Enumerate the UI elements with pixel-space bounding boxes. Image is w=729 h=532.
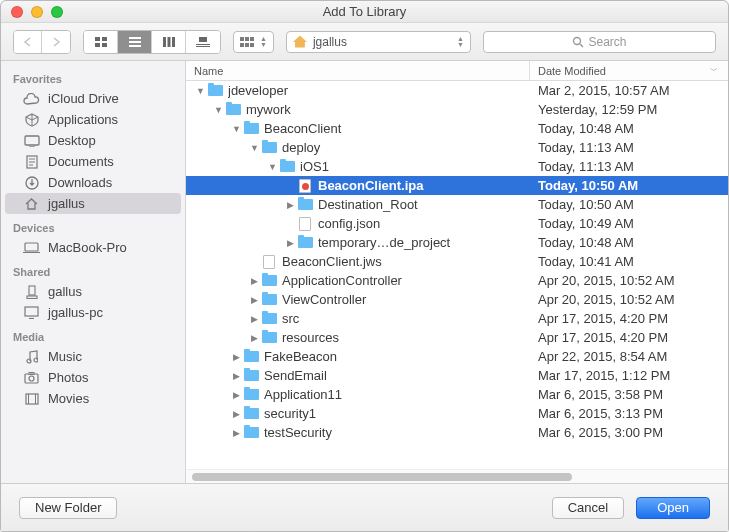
sidebar-group-header: Shared — [1, 258, 185, 281]
file-row[interactable]: ▶ApplicationControllerApr 20, 2015, 10:5… — [186, 271, 728, 290]
scrollbar-thumb[interactable] — [192, 473, 572, 481]
svg-rect-14 — [245, 37, 249, 41]
disclosure-triangle[interactable]: ▶ — [248, 333, 261, 343]
disclosure-triangle[interactable]: ▶ — [230, 428, 243, 438]
list-view-button[interactable] — [118, 31, 152, 53]
column-view-button[interactable] — [152, 31, 186, 53]
file-date: Today, 10:50 AM — [530, 178, 728, 193]
movie-icon — [23, 391, 40, 406]
file-name: jdeveloper — [228, 83, 530, 98]
file-row[interactable]: ▼iOS1Today, 11:13 AM — [186, 157, 728, 176]
sidebar-item-desktop[interactable]: Desktop — [5, 130, 181, 151]
disclosure-triangle[interactable]: ▼ — [266, 162, 279, 172]
sidebar-item-label: Desktop — [48, 133, 96, 148]
disclosure-triangle[interactable]: ▶ — [284, 238, 297, 248]
svg-rect-12 — [196, 46, 210, 47]
svg-rect-17 — [245, 43, 249, 47]
sidebar-item-gallus[interactable]: gallus — [5, 281, 181, 302]
open-button[interactable]: Open — [636, 497, 710, 519]
file-icon — [261, 254, 277, 270]
disclosure-triangle[interactable]: ▶ — [230, 390, 243, 400]
grid-icon — [240, 37, 254, 47]
sidebar-item-macbook-pro[interactable]: MacBook-Pro — [5, 237, 181, 258]
svg-rect-10 — [199, 37, 207, 42]
coverflow-view-button[interactable] — [186, 31, 220, 53]
file-row[interactable]: BeaconClient.jwsToday, 10:41 AM — [186, 252, 728, 271]
sidebar-item-jgallus[interactable]: jgallus — [5, 193, 181, 214]
file-date: Mar 6, 2015, 3:00 PM — [530, 425, 728, 440]
file-row[interactable]: ▶srcApr 17, 2015, 4:20 PM — [186, 309, 728, 328]
sidebar-item-label: Photos — [48, 370, 88, 385]
search-field[interactable]: Search — [483, 31, 716, 53]
folder-icon — [243, 121, 259, 137]
sidebar-item-movies[interactable]: Movies — [5, 388, 181, 409]
disclosure-triangle[interactable]: ▶ — [248, 314, 261, 324]
disclosure-triangle[interactable]: ▶ — [248, 276, 261, 286]
sidebar-item-icloud-drive[interactable]: iCloud Drive — [5, 88, 181, 109]
file-row[interactable]: ▶Application11Mar 6, 2015, 3:58 PM — [186, 385, 728, 404]
disclosure-triangle[interactable]: ▼ — [230, 124, 243, 134]
svg-point-37 — [29, 376, 34, 381]
file-row[interactable]: BeaconClient.ipaToday, 10:50 AM — [186, 176, 728, 195]
arrange-dropdown[interactable]: ▲▼ — [233, 31, 274, 53]
folder-icon — [261, 140, 277, 156]
horizontal-scrollbar[interactable] — [186, 469, 728, 483]
search-icon — [572, 36, 584, 48]
file-row[interactable]: config.jsonToday, 10:49 AM — [186, 214, 728, 233]
svg-rect-21 — [25, 136, 39, 145]
disclosure-triangle[interactable]: ▶ — [230, 352, 243, 362]
sidebar-item-documents[interactable]: Documents — [5, 151, 181, 172]
file-list[interactable]: ▼jdeveloperMar 2, 2015, 10:57 AM▼myworkY… — [186, 81, 728, 469]
cancel-button[interactable]: Cancel — [552, 497, 624, 519]
disclosure-triangle[interactable]: ▶ — [230, 409, 243, 419]
file-row[interactable]: ▶security1Mar 6, 2015, 3:13 PM — [186, 404, 728, 423]
disclosure-triangle[interactable]: ▶ — [230, 371, 243, 381]
svg-rect-13 — [240, 37, 244, 41]
sidebar-item-photos[interactable]: Photos — [5, 367, 181, 388]
disclosure-triangle[interactable]: ▶ — [284, 200, 297, 210]
file-row[interactable]: ▶SendEmailMar 17, 2015, 1:12 PM — [186, 366, 728, 385]
file-row[interactable]: ▶ViewControllerApr 20, 2015, 10:52 AM — [186, 290, 728, 309]
file-row[interactable]: ▶temporary…de_projectToday, 10:48 AM — [186, 233, 728, 252]
sidebar-item-jgallus-pc[interactable]: jgallus-pc — [5, 302, 181, 323]
back-button[interactable] — [14, 31, 42, 53]
file-row[interactable]: ▶FakeBeaconApr 22, 2015, 8:54 AM — [186, 347, 728, 366]
icon-view-button[interactable] — [84, 31, 118, 53]
column-header-date[interactable]: Date Modified﹀ — [530, 61, 728, 80]
file-row[interactable]: ▶resourcesApr 17, 2015, 4:20 PM — [186, 328, 728, 347]
sidebar-item-label: jgallus — [48, 196, 85, 211]
forward-button[interactable] — [42, 31, 70, 53]
folder-icon — [297, 235, 313, 251]
disclosure-triangle[interactable]: ▼ — [248, 143, 261, 153]
svg-rect-32 — [25, 307, 38, 316]
sidebar-item-downloads[interactable]: Downloads — [5, 172, 181, 193]
file-date: Today, 11:13 AM — [530, 140, 728, 155]
column-header-name[interactable]: Name — [186, 61, 530, 80]
sidebar: FavoritesiCloud DriveApplicationsDesktop… — [1, 61, 186, 483]
svg-rect-31 — [27, 296, 37, 299]
new-folder-button[interactable]: New Folder — [19, 497, 117, 519]
file-row[interactable]: ▶Destination_RootToday, 10:50 AM — [186, 195, 728, 214]
file-name: mywork — [246, 102, 530, 117]
sort-indicator-icon: ﹀ — [710, 65, 718, 76]
disclosure-triangle[interactable]: ▼ — [194, 86, 207, 96]
file-date: Mar 17, 2015, 1:12 PM — [530, 368, 728, 383]
view-mode-segment — [83, 30, 221, 54]
download-icon — [23, 175, 40, 190]
file-row[interactable]: ▼BeaconClientToday, 10:48 AM — [186, 119, 728, 138]
svg-rect-2 — [95, 43, 100, 47]
file-row[interactable]: ▼deployToday, 11:13 AM — [186, 138, 728, 157]
svg-rect-16 — [240, 43, 244, 47]
disclosure-triangle[interactable]: ▶ — [248, 295, 261, 305]
location-dropdown[interactable]: jgallus ▲▼ — [286, 31, 471, 53]
music-icon — [23, 349, 40, 364]
file-row[interactable]: ▼jdeveloperMar 2, 2015, 10:57 AM — [186, 81, 728, 100]
sidebar-item-applications[interactable]: Applications — [5, 109, 181, 130]
disclosure-triangle[interactable]: ▼ — [212, 105, 225, 115]
file-row[interactable]: ▼myworkYesterday, 12:59 PM — [186, 100, 728, 119]
file-date: Today, 10:49 AM — [530, 216, 728, 231]
file-row[interactable]: ▶testSecurityMar 6, 2015, 3:00 PM — [186, 423, 728, 442]
file-date: Apr 17, 2015, 4:20 PM — [530, 311, 728, 326]
sidebar-item-music[interactable]: Music — [5, 346, 181, 367]
ipa-file-icon — [297, 178, 313, 194]
